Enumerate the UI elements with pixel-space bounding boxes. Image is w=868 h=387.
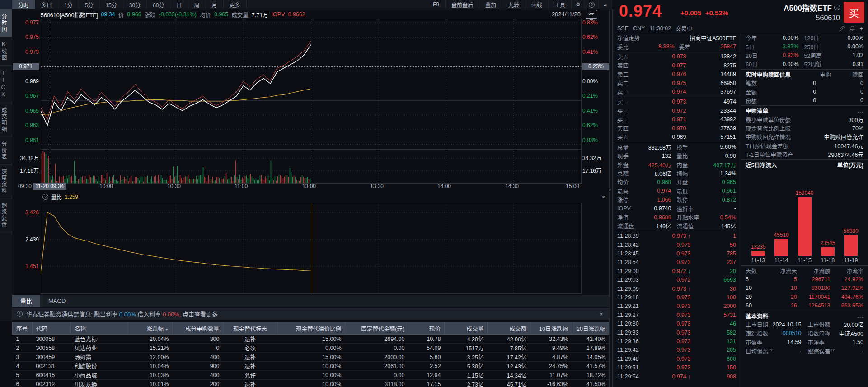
ask-row[interactable]: 卖二0.97566950 <box>617 79 736 87</box>
bid-row[interactable]: 买一0.9734974 <box>617 98 736 106</box>
column-header-名称[interactable]: 名称 <box>71 322 127 335</box>
divider <box>613 52 741 52</box>
bid-row[interactable]: 买三0.97143992 <box>617 115 736 124</box>
bell-icon[interactable] <box>849 25 855 31</box>
margin-info-bar[interactable]: ! 华泰证券融资通供需信息: 融出利率 0.00% 借入利率 0.00%, 点击… <box>12 308 609 320</box>
info-icon[interactable]: i <box>834 5 840 10</box>
tick-row[interactable]: 11:28:540.973237 <box>617 258 736 267</box>
column-header-序号[interactable]: 序号 <box>13 322 33 335</box>
tick-row[interactable]: 11:29:090.973 ↑30 <box>617 284 736 293</box>
table-row[interactable]: 6002312川发龙蟒10.01%200退补10.00%3118.0017.15… <box>13 380 610 387</box>
tick-row[interactable]: 11:29:210.9732000 <box>617 302 736 311</box>
menu-item-月[interactable]: 月 <box>206 0 224 9</box>
tick-row[interactable]: 11:29:330.973582 <box>617 328 736 337</box>
left-tab-深度资料[interactable]: 深度资料 <box>0 165 12 198</box>
column-header-代码[interactable]: 代码 <box>33 322 71 335</box>
tick-row[interactable]: 11:28:390.973 ↑1 <box>617 232 736 241</box>
column-header-10日涨跌幅[interactable]: 10日涨跌幅 <box>530 322 572 335</box>
table-cell: 14.05% <box>572 353 610 362</box>
netflow-table-row: 1010830180127.92% <box>746 284 863 293</box>
wp-monitor-icon[interactable]: WP <box>586 10 597 19</box>
info-more-link[interactable]: 点击查看更多 <box>181 311 218 318</box>
bid-row[interactable]: 买二0.97223344 <box>617 106 736 115</box>
menu-item-叠加[interactable]: 叠加 <box>479 0 502 9</box>
ask-row[interactable]: 卖四0.9778275 <box>617 61 736 70</box>
subchart-close-icon[interactable]: × <box>600 194 607 200</box>
tick-row[interactable]: 11:29:300.97346 <box>617 320 736 328</box>
menu-item-5分[interactable]: 5分 <box>79 0 100 9</box>
menu-item-画线[interactable]: 画线 <box>525 0 549 9</box>
menu-item-1分[interactable]: 1分 <box>58 0 79 9</box>
volume-value: 7.71万 <box>252 10 268 19</box>
ask-row[interactable]: 卖五0.97813842 <box>617 52 736 61</box>
table-cell: 400 <box>173 353 223 362</box>
tick-row[interactable]: 11:29:360.973131 <box>617 337 736 345</box>
table-cell: 贝达药业 <box>71 344 127 353</box>
more-chevron-icon[interactable]: » <box>599 0 612 9</box>
menu-item-更多[interactable]: 更多 <box>224 0 247 9</box>
table-row[interactable]: 2300558贝达药业15.21%0必须0.00%0.0054.091517万7… <box>13 344 610 353</box>
left-tab-K线图[interactable]: K线图 <box>0 37 12 66</box>
table-row[interactable]: 4002131利欧股份10.04%900退补10.00%2061.002.525… <box>13 362 610 371</box>
tick-row[interactable]: 11:29:030.9726693 <box>617 276 736 284</box>
ask-row[interactable]: 卖一0.97437697 <box>617 87 736 96</box>
left-tab-分价表[interactable]: 分价表 <box>0 137 12 165</box>
left-tab-分时图[interactable]: 分时图 <box>0 9 12 37</box>
menu-item-九转[interactable]: 九转 <box>502 0 525 9</box>
add-icon[interactable]: + <box>860 25 863 32</box>
tick-row[interactable]: 11:29:540.974 ↑908 <box>617 372 736 381</box>
tick-row[interactable]: 11:29:480.973600 <box>617 354 736 363</box>
tick-row[interactable]: 11:29:000.972 ↓20 <box>617 267 736 275</box>
column-header-成交额[interactable]: 成交额 <box>488 322 530 335</box>
tick-row[interactable]: 11:29:510.973150 <box>617 363 736 372</box>
table-row[interactable]: 1300058蓝色光标20.04%300退补15.00%2694.0010.78… <box>13 335 610 344</box>
left-tab-TICK[interactable]: TICK <box>0 66 12 103</box>
panel-divider[interactable]: ‹ <box>609 9 613 387</box>
table-cell: 0.00 <box>345 371 408 380</box>
bid-row[interactable]: 买四0.97037639 <box>617 124 736 132</box>
intraday-chart[interactable] <box>41 19 582 294</box>
buy-button[interactable]: 买 <box>844 2 864 23</box>
tick-row[interactable]: 11:28:450.973785 <box>617 249 736 258</box>
column-header-现金替代标志[interactable]: 现金替代标志 <box>223 322 277 335</box>
top-menu-bar: 分时多日1分5分15分30分60分日周月更多 F9盘前盘后叠加九转画线工具 ⚙ … <box>0 0 612 9</box>
stat-row: 净值0.9688升贴水率0.54% <box>617 213 736 222</box>
column-header-成分申购数量[interactable]: 成分申购数量 <box>173 322 223 335</box>
indicator-tab-MACD[interactable]: MACD <box>40 295 74 307</box>
menu-item-分时[interactable]: 分时 <box>12 0 35 9</box>
menu-item-60分[interactable]: 60分 <box>147 0 170 9</box>
column-header-固定替代金额(元)[interactable]: 固定替代金额(元) <box>345 322 408 335</box>
column-header-成交量[interactable]: 成交量 <box>445 322 488 335</box>
time-axis-label: 10:30 <box>167 183 181 189</box>
tick-row[interactable]: 11:29:180.973100 <box>617 293 736 302</box>
left-tab-超级复盘[interactable]: 超级复盘 <box>0 198 12 232</box>
pencil-icon[interactable] <box>839 25 845 31</box>
menu-item-15分[interactable]: 15分 <box>99 0 123 9</box>
tick-row[interactable]: 11:29:420.973205 <box>617 346 736 354</box>
left-tab-成交明细[interactable]: 成交明细 <box>0 103 12 137</box>
table-row[interactable]: 3300459汤姆猫12.00%400退补15.00%2000.005.603.… <box>13 353 610 362</box>
menu-item-多日[interactable]: 多日 <box>35 0 58 9</box>
tick-row[interactable]: 11:29:270.9735731 <box>617 311 736 319</box>
menu-item-日[interactable]: 日 <box>170 0 188 9</box>
settings-gear-icon[interactable]: ⚙ <box>572 0 585 9</box>
bid-row[interactable]: 买五0.96957151 <box>617 132 736 141</box>
column-header-涨跌幅[interactable]: 涨跌幅▼ <box>127 322 173 335</box>
table-header: 序号代码名称涨跌幅▼成分申购数量现金替代标志现金替代溢价比例固定替代金额(元)现… <box>13 322 610 335</box>
ask-row[interactable]: 卖三0.97614489 <box>617 70 736 79</box>
column-header-20日涨跌幅[interactable]: 20日涨跌幅 <box>572 322 610 335</box>
menu-item-F9[interactable]: F9 <box>427 0 446 9</box>
indicator-tab-量比[interactable]: 量比 <box>12 295 40 307</box>
menu-item-30分[interactable]: 30分 <box>123 0 147 9</box>
menu-item-盘前盘后[interactable]: 盘前盘后 <box>446 0 479 9</box>
column-header-现价[interactable]: 现价 <box>408 322 445 335</box>
table-row[interactable]: 5600415小商品城10.03%400允许10.00%0.0012.941.1… <box>13 371 610 380</box>
help-icon[interactable]: ? <box>42 194 48 200</box>
collapse-arrow-icon[interactable]: ‹ <box>609 187 611 193</box>
column-header-现金替代溢价比例[interactable]: 现金替代溢价比例 <box>277 322 345 335</box>
menu-item-工具[interactable]: 工具 <box>549 0 572 9</box>
tick-row[interactable]: 11:28:420.97350 <box>617 241 736 249</box>
infobar-close-icon[interactable]: × <box>598 311 605 317</box>
help-icon[interactable]: ? <box>585 0 599 9</box>
menu-item-周[interactable]: 周 <box>188 0 206 9</box>
